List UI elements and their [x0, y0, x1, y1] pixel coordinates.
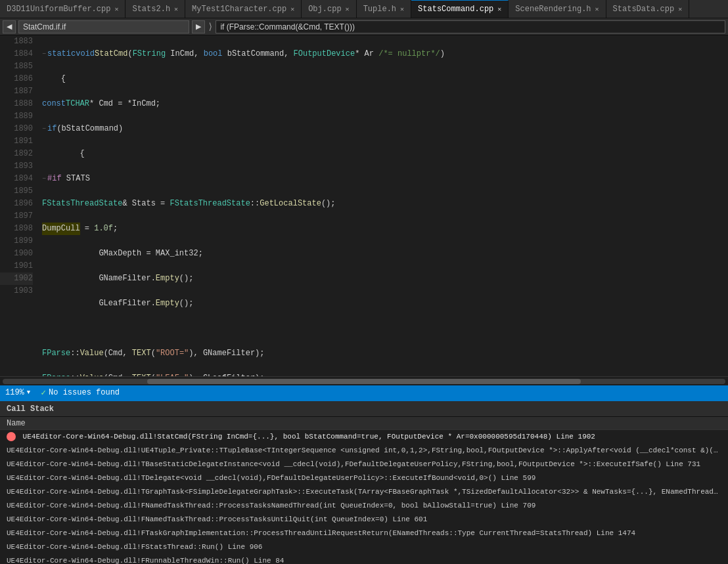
tab-mytest[interactable]: MyTest1Character.cpp ✕ [185, 0, 302, 18]
code-line-1890: DumpCull = 1.0f; [42, 223, 728, 235]
code-line-1893: GLeafFilter.Empty(); [42, 297, 728, 310]
call-stack-list[interactable]: UE4Editor-Core-Win64-Debug.dll!StatCmd(F… [0, 430, 728, 564]
code-line-1892: GNameFilter.Empty(); [42, 272, 728, 285]
issues-indicator[interactable]: ✓ No issues found [41, 387, 120, 398]
scrollbar-track[interactable] [3, 379, 725, 384]
call-stack-item-text: UE4Editor-Core-Win64-Debug.dll!StatCmd(F… [23, 433, 595, 441]
tab-stats2h[interactable]: Stats2.h ✕ [125, 0, 185, 18]
tab-label: D3D11UniformBuffer.cpp [7, 5, 110, 14]
tab-close[interactable]: ✕ [346, 5, 350, 13]
code-line-1883: −static void StatCmd(FString InCmd, bool… [42, 48, 728, 60]
call-stack-col-header: Name [0, 417, 728, 430]
code-line-1894 [42, 322, 728, 335]
code-line-1891: GMaxDepth = MAX_int32; [42, 248, 728, 260]
tab-scenerendering[interactable]: SceneRendering.h ✕ [509, 0, 606, 18]
issues-label: No issues found [49, 388, 120, 397]
debug-breakpoint-icon [7, 432, 16, 441]
call-stack-item-6[interactable]: UE4Editor-Core-Win64-Debug.dll!FNamedTas… [0, 513, 728, 527]
code-line-1884: { [42, 73, 728, 85]
col-name-label: Name [7, 419, 26, 428]
code-content[interactable]: −static void StatCmd(FString InCmd, bool… [39, 35, 728, 376]
line-numbers: 1883 1884 1885 1886 1887 1888 1889 1890 … [0, 35, 39, 376]
nav-next-button[interactable]: ▶ [192, 20, 205, 33]
scrollbar-thumb[interactable] [147, 379, 581, 384]
tab-tuple[interactable]: Tuple.h ✕ [357, 0, 411, 18]
tab-d3d11[interactable]: D3D11UniformBuffer.cpp ✕ [0, 0, 125, 18]
check-icon: ✓ [41, 387, 46, 398]
status-bar: 119% ▼ ✓ No issues found [0, 385, 728, 400]
code-line-1886: − if(bStatCommand) [42, 123, 728, 135]
tab-label: SceneRendering.h [515, 5, 591, 14]
call-stack-item-9[interactable]: UE4Editor-Core-Win64-Debug.dll!FRunnable… [0, 554, 728, 564]
code-line-1887: { [42, 148, 728, 160]
call-stack-item-1[interactable]: UE4Editor-Core-Win64-Debug.dll!UE4Tuple_… [0, 444, 728, 458]
call-stack-item-4[interactable]: UE4Editor-Core-Win64-Debug.dll!TGraphTas… [0, 485, 728, 499]
code-editor: 1883 1884 1885 1886 1887 1888 1889 1890 … [0, 35, 728, 385]
code-line-1896: FParse::Value(Cmd, TEXT("LEAF="), GLeafF… [42, 372, 728, 376]
call-stack-panel: Call Stack Name UE4Editor-Core-Win64-Deb… [0, 400, 728, 564]
call-stack-item-8[interactable]: UE4Editor-Core-Win64-Debug.dll!FStatsThr… [0, 540, 728, 554]
zoom-value: 119% [5, 388, 24, 397]
tab-label: Tuple.h [363, 5, 396, 14]
breadcrumb-input[interactable] [18, 20, 189, 33]
tab-obj[interactable]: Obj.cpp ✕ [302, 0, 356, 18]
tab-label: Stats2.h [132, 5, 170, 14]
tab-close[interactable]: ✕ [497, 5, 501, 13]
tab-close[interactable]: ✕ [290, 5, 294, 13]
tab-statscommand[interactable]: StatsCommand.cpp ✕ [411, 0, 509, 18]
arrow-separator: ⟩ [208, 21, 213, 32]
nav-prev-button[interactable]: ◀ [3, 20, 16, 33]
call-stack-item-5[interactable]: UE4Editor-Core-Win64-Debug.dll!FNamedTas… [0, 499, 728, 513]
tab-bar: D3D11UniformBuffer.cpp ✕ Stats2.h ✕ MyTe… [0, 0, 728, 18]
call-stack-item-0[interactable]: UE4Editor-Core-Win64-Debug.dll!StatCmd(F… [0, 430, 728, 444]
tab-close[interactable]: ✕ [678, 5, 682, 13]
tab-label: StatsData.cpp [613, 5, 675, 14]
expression-bar[interactable] [216, 20, 725, 33]
tab-label: Obj.cpp [308, 5, 341, 14]
tab-close[interactable]: ✕ [114, 5, 118, 13]
code-line-1885: const TCHAR* Cmd = *InCmd; [42, 98, 728, 110]
code-line-1889: FStatsThreadState& Stats = FStatsThreadS… [42, 198, 728, 210]
call-stack-item-3[interactable]: UE4Editor-Core-Win64-Debug.dll!TDelegate… [0, 471, 728, 485]
tab-label: MyTest1Character.cpp [192, 5, 286, 14]
call-stack-title: Call Stack [7, 404, 54, 414]
tab-close[interactable]: ✕ [595, 5, 599, 13]
call-stack-item-7[interactable]: UE4Editor-Core-Win64-Debug.dll!FTaskGrap… [0, 527, 728, 540]
code-line-1895: FParse::Value(Cmd, TEXT("ROOT="), GNameF… [42, 347, 728, 360]
zoom-dropdown-icon[interactable]: ▼ [27, 389, 30, 396]
call-stack-header: Call Stack [0, 401, 728, 417]
tab-close[interactable]: ✕ [400, 5, 404, 13]
horizontal-scrollbar[interactable] [0, 376, 728, 385]
zoom-level[interactable]: 119% ▼ [5, 388, 30, 397]
call-stack-item-2[interactable]: UE4Editor-Core-Win64-Debug.dll!TBaseStat… [0, 458, 728, 471]
code-line-1888: − #if STATS [42, 173, 728, 185]
tab-statsdata[interactable]: StatsData.cpp ✕ [606, 0, 690, 18]
toolbar: ◀ ▶ ⟩ [0, 18, 728, 35]
code-area: 1883 1884 1885 1886 1887 1888 1889 1890 … [0, 35, 728, 376]
tab-label: StatsCommand.cpp [418, 5, 493, 14]
tab-close[interactable]: ✕ [174, 5, 178, 13]
